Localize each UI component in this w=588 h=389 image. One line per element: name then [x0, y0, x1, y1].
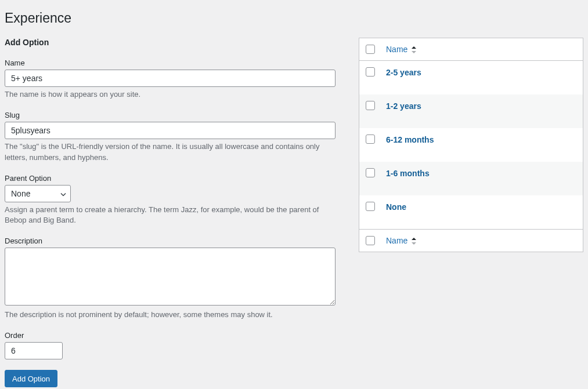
sort-icon [411, 46, 417, 53]
term-link[interactable]: 1-6 months [386, 169, 430, 178]
col-name-label: Name [386, 45, 407, 54]
table-row: 1-6 months [359, 162, 583, 195]
sort-icon [411, 238, 417, 245]
term-link[interactable]: 2-5 years [386, 68, 421, 77]
table-row: 2-5 years [359, 61, 583, 94]
description-label: Description [5, 237, 336, 245]
term-link[interactable]: 1-2 years [386, 101, 421, 111]
table-row: 1-2 years [359, 94, 583, 128]
slug-label: Slug [5, 111, 336, 119]
form-subtitle: Add Option [5, 38, 336, 47]
description-input[interactable] [5, 248, 336, 306]
row-checkbox[interactable] [366, 202, 375, 211]
term-link[interactable]: 6-12 months [386, 135, 434, 144]
term-link[interactable]: None [386, 202, 406, 212]
row-checkbox[interactable] [366, 67, 375, 77]
description-help: The description is not prominent by defa… [5, 310, 336, 321]
select-all-checkbox-bottom[interactable] [366, 236, 375, 245]
parent-select[interactable]: None [5, 185, 71, 202]
table-row: 6-12 months [359, 128, 583, 162]
slug-input[interactable] [5, 122, 336, 139]
row-checkbox[interactable] [366, 101, 375, 110]
row-checkbox[interactable] [366, 168, 375, 177]
name-input[interactable] [5, 70, 336, 87]
parent-label: Parent Option [5, 174, 336, 183]
row-checkbox[interactable] [366, 134, 375, 144]
col-name-footer[interactable]: Name [380, 229, 583, 252]
add-option-form: Add Option Name The name is how it appea… [5, 38, 336, 387]
order-label: Order [5, 331, 336, 340]
order-input[interactable] [5, 342, 63, 359]
name-label: Name [5, 59, 336, 67]
col-name-header[interactable]: Name [380, 38, 583, 61]
table-row: None [359, 195, 583, 229]
terms-list: Name 2-5 years1-2 years6-12 months1-6 mo… [359, 38, 583, 387]
add-option-button[interactable]: Add Option [5, 370, 57, 387]
name-help: The name is how it appears on your site. [5, 89, 336, 100]
parent-help: Assign a parent term to create a hierarc… [5, 205, 336, 227]
page-title: Experience [5, 10, 583, 26]
select-all-checkbox-top[interactable] [366, 45, 375, 54]
col-name-label-footer: Name [386, 236, 407, 245]
slug-help: The "slug" is the URL-friendly version o… [5, 141, 336, 163]
